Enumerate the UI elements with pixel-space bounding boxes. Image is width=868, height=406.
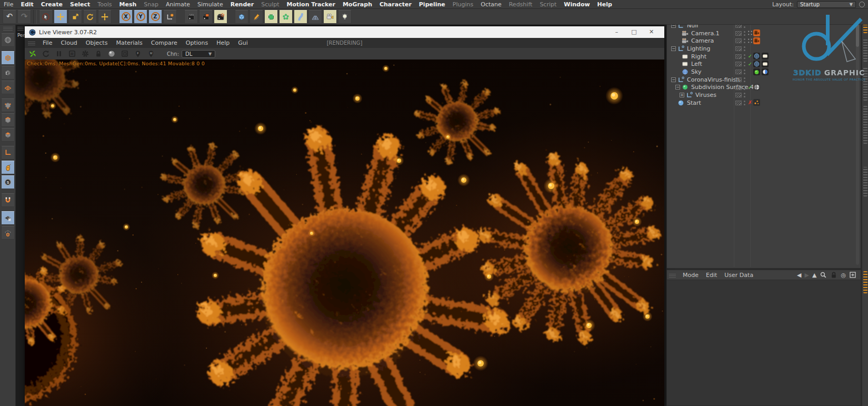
target-tag-icon[interactable]: [753, 61, 760, 67]
visibility-dots-icon[interactable]: [744, 54, 745, 59]
menu-sculpt[interactable]: Sculpt: [257, 1, 283, 8]
visibility-dots-icon[interactable]: [744, 62, 745, 66]
panel-grip-icon[interactable]: [669, 273, 676, 278]
lv-menu-materials[interactable]: Materials: [112, 39, 146, 46]
maximize-button[interactable]: □: [625, 26, 643, 38]
coordinate-system-icon[interactable]: [163, 10, 177, 24]
render-dots-icon[interactable]: [747, 29, 753, 37]
render-dots-icon[interactable]: [747, 37, 753, 44]
layer-icon[interactable]: [735, 101, 742, 105]
compositing-tag-icon[interactable]: [762, 61, 769, 67]
camera-tag-icon[interactable]: [753, 29, 760, 36]
material-ball-icon[interactable]: [107, 49, 116, 58]
render-view[interactable]: Check:0ms. MeshGen:0ms. Update[C]:0ms. N…: [25, 60, 664, 406]
minimize-button[interactable]: –: [608, 26, 625, 38]
menu-character[interactable]: Character: [376, 1, 415, 8]
history-back-icon[interactable]: ◀: [797, 272, 801, 279]
layer-icon[interactable]: [735, 38, 742, 43]
object-row-subdivision-surface-4[interactable]: −Subdivision Surface.4✓: [667, 84, 861, 92]
null-object-icon[interactable]: [677, 45, 685, 52]
history-forward-icon[interactable]: ▶: [804, 272, 809, 279]
arealight-object-icon[interactable]: [682, 61, 689, 67]
add-cube-icon[interactable]: [235, 10, 248, 24]
object-label[interactable]: Sky: [691, 68, 701, 75]
object-axis-mode-icon[interactable]: [1, 146, 15, 160]
menu-plugins[interactable]: Plugins: [449, 1, 477, 8]
mograph-icon[interactable]: [279, 10, 293, 24]
menu-grip-icon[interactable]: [28, 41, 35, 45]
sidebar-grip[interactable]: [3, 26, 13, 31]
menu-tools[interactable]: Tools: [94, 1, 115, 8]
sphere-object-icon[interactable]: [677, 100, 685, 106]
lv-menu-file[interactable]: File: [38, 39, 56, 46]
object-label[interactable]: Camera.1: [691, 30, 720, 37]
move-tool-icon[interactable]: [54, 10, 67, 24]
polygons-mode-icon[interactable]: [1, 128, 15, 142]
matblue-tag-icon[interactable]: [762, 68, 769, 75]
layer-icon[interactable]: [735, 62, 742, 66]
lock-resolution-icon[interactable]: [94, 49, 103, 58]
menu-animate[interactable]: Animate: [162, 1, 194, 8]
world-mode-icon[interactable]: [1, 33, 15, 47]
menu-create[interactable]: Create: [37, 1, 66, 8]
workplane-lock-icon[interactable]: [1, 211, 15, 225]
visibility-dots-icon[interactable]: [744, 93, 745, 97]
enable-snap-icon[interactable]: [1, 193, 15, 207]
enabled-check-icon[interactable]: ✓: [747, 53, 753, 60]
menu-select[interactable]: Select: [66, 1, 94, 8]
enabled-check-icon[interactable]: ✓: [747, 84, 753, 91]
render-view-icon[interactable]: [184, 10, 198, 24]
expand-icon[interactable]: +: [680, 93, 684, 97]
menu-redshift[interactable]: Redshift: [505, 1, 536, 8]
menu-pipeline[interactable]: Pipeline: [415, 1, 449, 8]
collapse-icon[interactable]: −: [675, 85, 680, 90]
snap-settings-icon[interactable]: S: [1, 175, 15, 189]
layer-icon[interactable]: [735, 85, 742, 90]
spline-pen-icon[interactable]: [250, 10, 263, 24]
menu-help[interactable]: Help: [594, 1, 616, 8]
am-menu-mode[interactable]: Mode: [679, 272, 702, 279]
target-tag-icon[interactable]: [753, 53, 760, 60]
sky-object-icon[interactable]: [682, 68, 689, 75]
menu-window[interactable]: Window: [560, 1, 593, 8]
object-row-right[interactable]: Right✓: [667, 53, 861, 61]
collapse-icon[interactable]: −: [671, 77, 676, 82]
redo-icon[interactable]: ↷: [17, 10, 31, 24]
lv-menu-gui[interactable]: Gui: [234, 39, 252, 46]
object-row-sky[interactable]: Sky: [667, 68, 861, 76]
visibility-dots-icon[interactable]: [744, 101, 745, 105]
lv-menu-objects[interactable]: Objects: [82, 39, 112, 46]
object-row-viruses[interactable]: +Viruses: [667, 91, 861, 99]
pause-render-icon[interactable]: [54, 49, 64, 58]
enabled-check-icon[interactable]: ✓: [747, 60, 753, 67]
live-selection-icon[interactable]: [39, 10, 53, 24]
visibility-dots-icon[interactable]: [744, 70, 745, 74]
add-panel-icon[interactable]: [849, 271, 856, 279]
arealight-object-icon[interactable]: [682, 53, 689, 60]
layer-icon[interactable]: [735, 93, 742, 97]
particles-tag-icon[interactable]: [753, 99, 760, 106]
lv-menu-options[interactable]: Options: [182, 39, 212, 46]
object-label[interactable]: Lighting: [687, 45, 710, 52]
menu-render[interactable]: Render: [227, 1, 258, 8]
dock-tab[interactable]: [863, 38, 867, 62]
visibility-dots-icon[interactable]: [744, 46, 745, 51]
object-label[interactable]: Left: [691, 61, 702, 67]
generators-icon[interactable]: [264, 10, 278, 24]
undo-icon[interactable]: ↶: [3, 10, 16, 24]
camera-icon[interactable]: [323, 10, 337, 24]
texture-mode-icon[interactable]: [1, 66, 15, 80]
camera-object-icon[interactable]: [682, 30, 689, 37]
dock-tab[interactable]: [863, 67, 867, 101]
z-axis-lock-icon[interactable]: Z: [148, 10, 162, 24]
material-picker-pin-icon[interactable]: M: [146, 49, 156, 58]
object-label[interactable]: Start: [687, 100, 701, 106]
floor-icon[interactable]: [308, 10, 322, 24]
lv-menu-cloud[interactable]: Cloud: [56, 39, 81, 46]
live-viewer-titlebar[interactable]: Live Viewer 3.07-R2 –□✕: [25, 26, 664, 38]
visibility-dots-icon[interactable]: [744, 38, 745, 43]
object-row-start[interactable]: Start✗: [667, 99, 861, 107]
last-tool-icon[interactable]: [98, 10, 112, 24]
search-icon[interactable]: [820, 271, 827, 279]
visibility-dots-icon[interactable]: [744, 31, 745, 36]
